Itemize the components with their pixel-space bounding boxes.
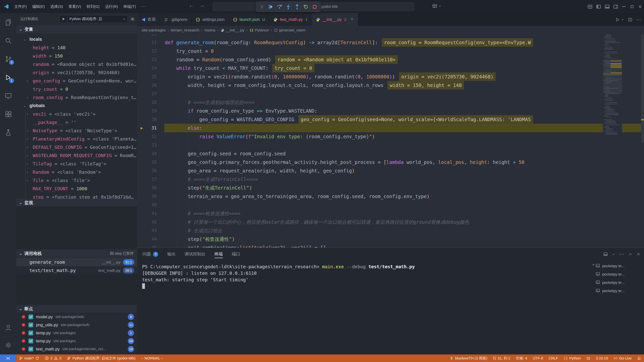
variable-row[interactable]: ›geo_config = GeoConfig(seed=None, wor… [16, 77, 137, 85]
variable-row[interactable]: height = 140 [16, 43, 137, 52]
caret-down-button[interactable] [612, 253, 615, 256]
breakpoint-row[interactable]: model.pysite-packages\wfc6 [16, 313, 137, 321]
debug-config-dropdown[interactable]: Python 调试程序: 启 [59, 15, 128, 23]
variable-row[interactable]: ›Tile = <class 'Tile'> [16, 176, 137, 185]
close-icon[interactable] [350, 17, 354, 22]
menu-overflow-button[interactable]: ··· [139, 3, 149, 10]
panel-tab-输出[interactable]: 输出 [167, 248, 176, 260]
breadcrumb-item-Pylance[interactable]: {}Pylance [250, 28, 269, 32]
layout-secondary-icon[interactable] [611, 0, 620, 13]
start-debug-button[interactable] [61, 17, 66, 21]
code-line-26[interactable]: 26 width, height = room_config.layout.n_… [137, 81, 644, 89]
breakpoint-row[interactable]: temp.pysite-packages58 [16, 337, 137, 345]
status-problems[interactable]: 30 [42, 354, 64, 362]
step-out-button[interactable] [293, 2, 301, 11]
code-line-23[interactable]: 23 random = Random(room_config.seed)rand… [137, 55, 644, 64]
breadcrumb-item-__init__py[interactable]: __init__.py [221, 28, 245, 32]
status-vim-mode[interactable]: -- NORMAL -- [138, 354, 166, 362]
code-line-45[interactable]: 45 exit_combinations:list[tuple[vec2i, v… [137, 243, 644, 248]
variable-row[interactable]: ›vec2i = <class 'vec2i'> [16, 110, 137, 118]
variable-row[interactable]: origin = vec2i(7205730, 9024468) [16, 68, 137, 77]
callstack-frame[interactable]: generate_room__init__.py31:1 [16, 258, 137, 266]
step-over-button[interactable] [275, 2, 284, 11]
code-editor[interactable]: 2021def generate_room(room_config: RoomR… [137, 34, 644, 248]
variable-row[interactable]: width = 150 [16, 52, 137, 60]
code-line-27[interactable]: 27 [137, 89, 644, 98]
code-line-28[interactable]: 28 # ====生成初始地理信息==== [137, 98, 644, 107]
status-cursor-position[interactable]: 行 31, 列 1 [490, 354, 513, 362]
variable-row[interactable]: ›room_config = RoomRequestConfig(env_t… [16, 93, 137, 102]
callstack-section-header[interactable]: ⌄ 调用堆栈 因 step 已暂停 [16, 249, 137, 257]
watch-section-header[interactable]: ⌄ 监视 [16, 199, 137, 207]
status-git-branch[interactable]: main* [16, 354, 42, 362]
continue-button[interactable] [266, 2, 275, 11]
code-line-44[interactable]: 44 step("检查连通性") [137, 235, 644, 243]
panel-tab-终端[interactable]: 终端 [215, 248, 223, 260]
panel-tab-调试控制台[interactable]: 调试控制台 [185, 248, 206, 260]
variable-row[interactable]: __package__ = '' [16, 118, 137, 126]
variables-group-locals[interactable]: ⌄locals [16, 35, 137, 43]
tab-[interactable]: 欢迎 [137, 13, 160, 26]
close-icon[interactable] [636, 0, 644, 13]
variable-row[interactable]: ›Random = <class 'Random'> [16, 168, 137, 176]
breakpoint-checkbox[interactable] [28, 347, 33, 351]
code-line-35[interactable]: 35 geo_config.primary_forces.geothermal_… [137, 158, 644, 166]
menu-item-F[interactable]: 文件(F) [12, 3, 29, 10]
code-line-42[interactable]: 42 # 计算每一个出口的中心，然后使用astar生成路径，确保每一个出口组合都… [137, 218, 644, 226]
code-line-34[interactable]: 34 geo_config.seed = room_config.seed [137, 149, 644, 158]
variable-row[interactable]: MAX_TRY_COUNT = 1000 [16, 185, 137, 193]
more-button[interactable]: ⋯ [636, 17, 641, 23]
activitybar-testing[interactable] [0, 123, 16, 142]
minimap[interactable] [603, 34, 622, 248]
code-line-39[interactable]: 39 terrain_area = geo_area_to_terrain(ge… [137, 192, 644, 201]
layout-grid-icon[interactable] [586, 0, 594, 13]
breakpoint-row[interactable]: test_math.pysite-packages\terrain_res...… [16, 345, 137, 353]
code-line-38[interactable]: 38 step("生成TerrainCell") [137, 184, 644, 192]
activitybar-run-debug[interactable]: 1 [0, 68, 16, 86]
split-editor-button[interactable] [628, 17, 633, 22]
breakpoint-checkbox[interactable] [28, 339, 33, 343]
restart-button[interactable] [301, 2, 310, 11]
variable-row[interactable]: ›WASTELAND_ROOM_REQUEST_CONFIG = RoomR… [16, 151, 137, 160]
layout-control-button[interactable] [432, 4, 441, 9]
code-line-22[interactable]: 22 try_count = 0 [137, 47, 644, 55]
panel-tab-问题[interactable]: 问题3 [143, 248, 158, 260]
variable-row[interactable]: ›TileTag = <class 'TileTag'> [16, 160, 137, 168]
status-notifications[interactable] [634, 354, 644, 362]
menu-item-G[interactable]: 转到(G) [84, 3, 102, 10]
status-debug-session[interactable]: Python 调试程序: 启动文件 (godot-ldtk) [64, 354, 138, 362]
chevron-up-button[interactable] [628, 252, 632, 256]
menu-item-E[interactable]: 编辑(E) [29, 3, 48, 10]
activitybar-settings-gear[interactable] [0, 336, 16, 354]
code-line-36[interactable]: 36 geo_area = request_area(origin, width… [137, 166, 644, 175]
remote-indicator[interactable] [0, 354, 16, 362]
terminal-output[interactable]: PS C:\computer_science\godot-ldtk\site-p… [142, 263, 415, 290]
status-language-mode[interactable]: {}Python [561, 354, 584, 362]
variable-row[interactable]: ›DEFAULT_GEO_CONFIG = GeoConfig(seed=1… [16, 143, 137, 151]
status-copilot[interactable] [584, 354, 593, 362]
variable-row[interactable]: ›NoiseType = <class 'NoiseType'> [16, 126, 137, 135]
variables-group-globals[interactable]: ⌄globals [16, 102, 137, 110]
code-line-40[interactable]: 40 [137, 201, 644, 209]
activitybar-remote-explorer[interactable] [0, 86, 16, 105]
activitybar-extensions[interactable] [0, 105, 16, 123]
status-encoding[interactable]: UTF-8 [530, 354, 546, 362]
debug-settings-gear-icon[interactable] [130, 17, 135, 22]
breadcrumb-item-terrain_research[interactable]: terrain_research [171, 28, 199, 32]
panel-tab-端口[interactable]: 端口 [232, 248, 240, 260]
breakpoint-row[interactable]: temp.pysite-packages1 [16, 329, 137, 337]
activitybar-search[interactable] [0, 31, 16, 50]
terminal-list-item[interactable]: pocketpy te... [596, 278, 641, 287]
tab-settings.json[interactable]: {}settings.json [192, 13, 229, 26]
breadcrumb-item-generate_room[interactable]: generate_room [274, 28, 305, 32]
status-eol[interactable]: CRLF [546, 354, 561, 362]
menu-item-T[interactable]: 终端(T) [121, 3, 139, 10]
breakpoints-section-header[interactable]: ⌄ 断点 [16, 305, 137, 313]
code-line-30[interactable]: 30 geo_config = WASTELAND_GEO_CONFIGgeo_… [137, 115, 644, 124]
breadcrumb-item-rooms[interactable]: rooms [205, 28, 215, 32]
status-python-version[interactable]: 3.10.10 [593, 354, 611, 362]
variable-row[interactable]: random = <Random object at 0x1bf9d01e… [16, 60, 137, 68]
terminal-list-item[interactable]: pocketpy te... [596, 270, 641, 278]
breakpoint-checkbox[interactable] [28, 331, 33, 335]
editor-scrollbar[interactable] [641, 34, 644, 248]
